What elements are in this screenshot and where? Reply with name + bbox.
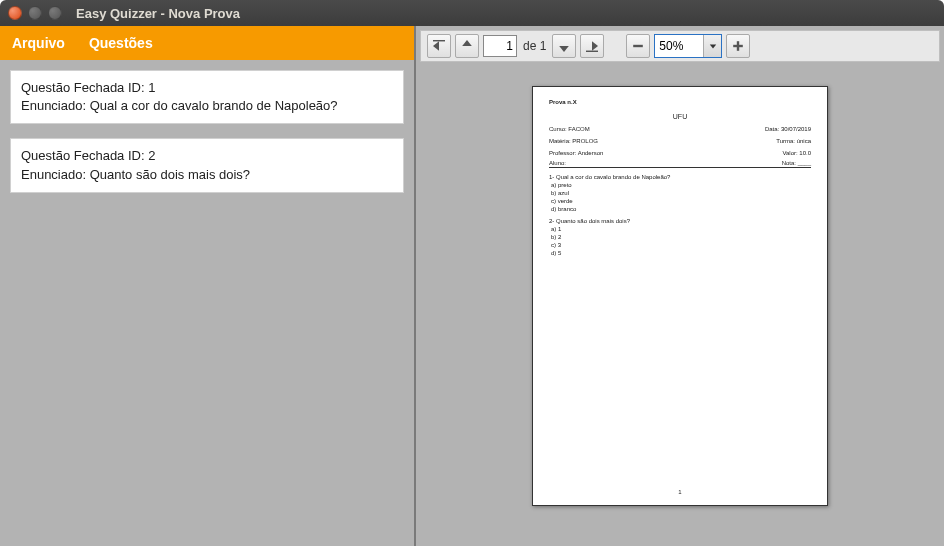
q1-opt: a) preto [551,182,811,188]
q2-text: 2- Quanto são dois mais dois? [549,218,811,224]
menu-arquivo[interactable]: Arquivo [12,35,65,51]
zoom-input[interactable] [655,39,703,53]
question-id-line: Questão Fechada ID: 1 [21,79,393,97]
svg-rect-2 [634,45,644,47]
turma-label: Turma: única [776,138,811,144]
professor-label: Professor: Anderson [549,150,603,156]
aluno-label: Aluno: [549,160,566,166]
page-preview: Prova n.X UFU Curso: FACOM Data: 30/07/2… [532,86,828,506]
prova-label: Prova n.X [549,99,811,105]
page-footer-number: 1 [533,489,827,495]
zoom-out-button[interactable] [626,34,650,58]
left-pane: Arquivo Questões Questão Fechada ID: 1 E… [0,26,416,546]
menu-questoes[interactable]: Questões [89,35,153,51]
q2-opt: c) 3 [551,242,811,248]
menubar: Arquivo Questões [0,26,414,60]
window-maximize-button[interactable] [48,6,62,20]
titlebar: Easy Quizzer - Nova Prova [0,0,944,26]
university-name: UFU [549,113,811,120]
question-enun-line: Enunciado: Qual a cor do cavalo brando d… [21,97,393,115]
question-enun-line: Enunciado: Quanto são dois mais dois? [21,166,393,184]
first-page-button[interactable] [427,34,451,58]
q2-opt: d) 5 [551,250,811,256]
question-id-line: Questão Fechada ID: 2 [21,147,393,165]
window-close-button[interactable] [8,6,22,20]
preview-toolbar: de 1 [420,30,940,62]
q1-opt: c) verde [551,198,811,204]
page-number-input[interactable] [483,35,517,57]
svg-rect-0 [433,40,445,41]
question-card[interactable]: Questão Fechada ID: 1 Enunciado: Qual a … [10,70,404,124]
q2-opt: b) 2 [551,234,811,240]
q1-text: 1- Qual a cor do cavalo brando de Napole… [549,174,811,180]
window-title: Easy Quizzer - Nova Prova [76,6,240,21]
nota-label: Nota: ____ [782,160,811,166]
curso-label: Curso: FACOM [549,126,590,132]
right-pane: de 1 Prova n.X UFU Curso: FACOM Data [416,26,944,546]
zoom-combo[interactable] [654,34,722,58]
q1-opt: b) azul [551,190,811,196]
data-label: Data: 30/07/2019 [765,126,811,132]
materia-label: Matéria: PROLOG [549,138,598,144]
zoom-dropdown-button[interactable] [703,35,721,57]
q2-opt: a) 1 [551,226,811,232]
svg-rect-1 [586,51,598,52]
svg-rect-4 [737,41,739,51]
page-of-label: de 1 [521,39,548,53]
prev-page-button[interactable] [455,34,479,58]
preview-area[interactable]: Prova n.X UFU Curso: FACOM Data: 30/07/2… [416,62,944,546]
next-page-button[interactable] [552,34,576,58]
question-card[interactable]: Questão Fechada ID: 2 Enunciado: Quanto … [10,138,404,192]
zoom-in-button[interactable] [726,34,750,58]
window-minimize-button[interactable] [28,6,42,20]
last-page-button[interactable] [580,34,604,58]
valor-label: Valor: 10.0 [782,150,811,156]
questions-list: Questão Fechada ID: 1 Enunciado: Qual a … [0,60,414,546]
q1-opt: d) branco [551,206,811,212]
